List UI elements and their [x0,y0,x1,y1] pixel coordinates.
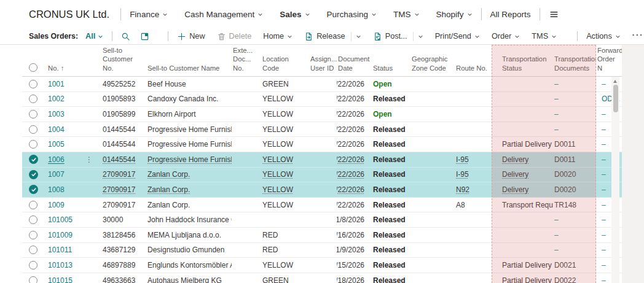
company-name[interactable]: CRONUS UK Ltd. [29,9,109,20]
row-checked-icon[interactable] [29,170,38,179]
no-cell[interactable]: 1009 [47,198,101,212]
route-value[interactable]: I-95 [456,170,469,179]
order-no-link[interactable]: 101005 [48,215,73,224]
order-no-link[interactable]: 101015 [48,276,73,283]
order-no-link[interactable]: 1003 [48,110,65,118]
column-header[interactable]: Exte... Doc... No. [232,46,261,76]
no-cell[interactable]: 101005 [47,212,101,227]
location-value[interactable]: YELLOW [262,170,293,179]
vertical-scrollbar[interactable] [611,77,619,283]
column-header[interactable]: Geographic Zone Code [410,55,455,76]
order-no-link[interactable]: 101009 [48,231,73,239]
row-selector[interactable] [22,182,47,197]
table-row[interactable]: 10101549633663Autohaus Mielberg KGGREEN1… [22,273,622,283]
order-no-link[interactable]: 1009 [48,201,65,209]
post--button[interactable]: Post... [373,32,423,41]
nav-item-cash-management[interactable]: Cash Management [184,10,263,19]
row-selector[interactable] [22,212,47,227]
column-header[interactable]: Transportation Status [501,55,553,76]
row-selector[interactable] [22,168,47,182]
column-header[interactable]: Route No. [455,64,501,76]
row-radio[interactable] [29,140,37,149]
order-no-link[interactable]: 1006 [48,155,65,164]
no-cell[interactable]: 101015 [47,273,101,283]
table-row[interactable]: 100201905893Candoxy Canada Inc.YELLOW1/2… [22,92,622,107]
route-value[interactable]: I-95 [456,155,469,164]
table-row[interactable]: 100727090917Zanlan Corp.YELLOW1/22/2026R… [22,168,622,183]
row-selector[interactable] [22,152,47,167]
column-header[interactable]: Document Date [337,55,372,76]
order-no-link[interactable]: 1002 [48,95,65,103]
chevron-down-icon[interactable] [418,34,423,39]
row-selector[interactable] [22,137,47,152]
row-selector[interactable] [22,77,47,91]
order-no-link[interactable]: 1001 [48,80,65,88]
actions-button[interactable]: Actions [586,32,621,41]
header-radio[interactable] [29,63,37,72]
nav-item-finance[interactable]: Finance [130,10,168,19]
table-row[interactable]: 10100938128456MEMA Ljubljana d.o.o.RED1/… [22,228,622,243]
hamburger-icon[interactable] [549,9,559,20]
column-header[interactable]: Status [372,64,410,76]
row-selector[interactable] [22,273,47,283]
nav-item-tms[interactable]: TMS [393,10,420,19]
row-radio[interactable] [29,110,37,118]
order-no-link[interactable]: 101011 [48,246,72,254]
no-cell[interactable]: 101013 [47,258,101,273]
row-radio[interactable] [29,215,37,224]
analyze-icon[interactable] [140,32,149,41]
order-button[interactable]: Order [492,32,520,41]
table-row[interactable]: 10101346897889Englunds Kontorsmöbler ABY… [22,258,622,273]
column-header[interactable]: Sell-to Customer No. [101,46,146,76]
row-selector[interactable] [22,243,47,258]
order-no-link[interactable]: 1007 [48,170,65,179]
location-value[interactable]: YELLOW [262,185,293,194]
table-row[interactable]: 100149525252Beef HouseGREEN1/22/2026Open… [22,77,622,92]
no-cell[interactable]: 101011 [47,243,101,258]
row-checked-icon[interactable] [29,185,38,194]
new-button[interactable]: New [177,32,205,41]
row-radio[interactable] [29,125,37,134]
no-cell[interactable]: 1002 [47,92,101,107]
no-cell[interactable]: 1003 [47,107,101,122]
row-radio[interactable] [29,246,37,254]
table-row[interactable]: 100827090917Zanlan Corp.YELLOW1/22/2026R… [22,182,622,198]
no-cell[interactable]: 1008 [47,182,101,197]
no-cell[interactable]: 1001 [47,77,101,91]
row-radio[interactable] [29,95,37,103]
column-header[interactable]: Location Code [261,55,309,76]
tms-button[interactable]: TMS [532,32,557,41]
table-row[interactable]: 10100530000John Haddock Insurance Co.1/8… [22,212,622,228]
view-filter-dropdown[interactable]: All [85,32,103,41]
row-radio[interactable] [29,201,37,209]
nav-item-sales[interactable]: Sales [280,10,310,19]
table-row[interactable]: 10101143687129Designstudio GmundenRED1/9… [22,243,622,258]
table-row[interactable]: 1006⋮01445544Progressive Home Furnishing… [22,152,622,168]
chevron-down-icon[interactable] [356,34,361,39]
more-options-button[interactable]: ··· [632,31,644,39]
column-header[interactable]: No. ↑ [47,64,101,76]
scrollbar-thumb[interactable] [613,85,618,112]
row-radio[interactable] [29,80,37,88]
search-icon[interactable] [121,32,130,41]
table-row[interactable]: 100927090917Zanlan Corp.YELLOW1/22/2026R… [22,198,622,213]
release-button[interactable]: Release [304,32,361,41]
nav-item-shopify[interactable]: Shopify [436,10,473,19]
cust-no-value[interactable]: 01445544 [103,155,135,164]
row-radio[interactable] [29,261,37,269]
delete-button[interactable]: Delete [217,32,252,41]
no-cell[interactable]: 1005 [47,137,101,152]
no-cell[interactable]: 1004 [47,122,101,137]
home-button[interactable]: Home [263,32,293,41]
column-header[interactable]: Transportation Documents [553,55,596,76]
no-cell[interactable]: 101009 [47,228,101,242]
row-selector[interactable] [22,258,47,273]
order-no-link[interactable]: 101013 [48,261,73,269]
column-header[interactable]: Forward Order N [596,46,622,76]
no-cell[interactable]: 1006⋮ [47,152,101,167]
print-send-button[interactable]: Print/Send [435,32,480,41]
row-radio[interactable] [29,231,37,239]
table-row[interactable]: 100501445544Progressive Home Furnishings… [22,137,622,152]
row-selector[interactable] [22,107,47,122]
order-no-link[interactable]: 1008 [48,185,65,194]
